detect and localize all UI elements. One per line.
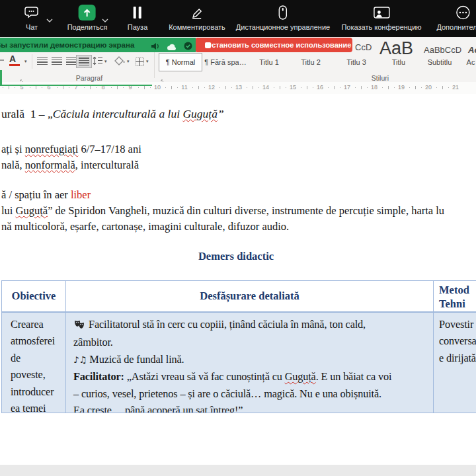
remote-control-button[interactable]: Дистанционное управление — [236, 4, 330, 31]
style-fara-spatiere[interactable]: ¶ Fără spa… — [204, 58, 246, 66]
chat-button[interactable]: Чат — [24, 4, 40, 31]
music-notes-icon: ♪♫ — [73, 354, 87, 365]
sharing-status-banner: Вы запустили демонстрацию экрана — [0, 38, 196, 52]
style-subtitlu[interactable]: Subtitlu — [428, 58, 452, 66]
pause-button[interactable]: Пауза — [128, 4, 148, 31]
zoom-toolbar: Чат Поделиться Пауза Комме — [0, 0, 476, 37]
cloud-icon — [167, 42, 177, 52]
mouse-icon — [278, 4, 288, 21]
annotate-label: Комментировать — [169, 23, 225, 31]
theater-masks-icon — [73, 319, 85, 332]
style-titlu3[interactable]: Titlu 3 — [346, 58, 366, 66]
paragraph-group-label: Paragraf — [40, 74, 139, 82]
pause-label: Пауза — [128, 23, 148, 31]
style-titlu[interactable]: Titlu — [392, 58, 405, 66]
show-conference-label: Показать конференцию — [341, 23, 421, 31]
chat-label: Чат — [26, 23, 38, 31]
style-titlu2[interactable]: Titlu 2 — [301, 58, 321, 66]
style-accentuare[interactable]: Ac — [467, 58, 475, 66]
doc-title-line: urală 1 – „Căciula interculturală a lui … — [1, 107, 224, 121]
stop-sharing-label: Остановить совместное использование — [196, 41, 352, 49]
doc-age-line: ați și nonrefugiați 6/7–17/18 ani — [1, 143, 141, 156]
chat-icon — [24, 4, 40, 21]
align-center-button[interactable] — [52, 57, 62, 65]
conference-view-icon — [373, 4, 390, 21]
styles-group-label: Stiluri — [331, 74, 430, 82]
table-header-objectives: Obiective — [1, 280, 65, 312]
doc-materials-line1: lui Guguță” de Spiridon Vangheli, muzică… — [1, 204, 444, 218]
pause-icon — [132, 4, 143, 21]
more-label: Дополнительно — [436, 23, 476, 31]
doc-location-line: ă / spațiu în aer liber — [1, 188, 91, 202]
show-conference-button[interactable]: Показать конференцию — [341, 4, 421, 31]
style-titlu-preview[interactable]: AaB — [379, 38, 413, 59]
ellipsis-icon — [455, 4, 471, 21]
shading-dropdown[interactable]: ▾ — [127, 59, 130, 64]
shading-button[interactable] — [114, 56, 125, 68]
table-header-methods: Metod Tehni — [433, 280, 476, 312]
line-spacing-button[interactable] — [93, 56, 103, 68]
share-border-line — [0, 85, 152, 86]
highlighted-word: liber — [71, 188, 91, 201]
style-subtitlu-preview[interactable]: AaBbCcD — [424, 45, 461, 55]
check-circle-icon — [184, 41, 192, 52]
ruler[interactable]: 56789101112131415161718192021 — [0, 82, 476, 94]
doc-heading: Demers didactic — [0, 250, 472, 263]
clipped-control — [0, 60, 4, 61]
remote-control-label: Дистанционное управление — [236, 23, 330, 31]
align-left-button[interactable] — [37, 57, 48, 65]
borders-button[interactable] — [136, 57, 144, 69]
stop-sharing-button[interactable]: Остановить совместное использование — [196, 38, 352, 52]
table-cell-activity: Facilitatorul stă în cerc cu copiii, țin… — [65, 312, 433, 413]
chat-dropdown-chevron[interactable] — [46, 13, 53, 25]
style-titlu3-preview[interactable]: CcD — [355, 42, 372, 52]
share-up-arrow-icon — [79, 4, 96, 21]
doc-materials-line2: nă multicoloră, eșarfe, cartonașe, imagi… — [1, 220, 289, 233]
font-color-button[interactable]: A — [9, 54, 20, 66]
sharing-status-text: Вы запустили демонстрацию экрана — [0, 41, 134, 49]
share-dropdown-chevron[interactable] — [102, 13, 108, 25]
style-normal-selected[interactable]: ¶ Normal — [159, 53, 202, 71]
document-page[interactable]: urală 1 – „Căciula interculturală a lui … — [0, 94, 476, 465]
page-end-margin — [0, 465, 476, 476]
table-cell-methods: Povestir conversa e dirijată — [433, 312, 476, 413]
borders-dropdown[interactable]: ▾ — [146, 59, 149, 64]
line-spacing-dropdown[interactable]: ▾ — [104, 59, 107, 64]
speaker-icon — [151, 41, 160, 52]
pencil-icon — [189, 4, 205, 21]
share-border-corner — [0, 70, 2, 86]
style-accentuare-preview[interactable]: Ac — [468, 45, 476, 55]
screen: Чат Поделиться Пауза Комме — [0, 0, 476, 476]
annotate-button[interactable]: Комментировать — [169, 4, 225, 31]
table-cell-objectives: Crearea atmosferei de poveste, introduce… — [1, 312, 65, 413]
align-right-button[interactable] — [66, 57, 77, 65]
more-button[interactable]: Дополнительно — [436, 4, 476, 31]
justify-button[interactable] — [76, 55, 92, 68]
table-header-detail: Desfășurare detaliată — [65, 280, 433, 312]
lesson-table: Obiective Desfășurare detaliată Metod Te… — [1, 280, 476, 413]
style-titlu1[interactable]: Titlu 1 — [259, 58, 279, 66]
font-color-dropdown[interactable]: ▾ — [24, 59, 27, 64]
doc-education-line: nală, nonformală, interculturală — [1, 159, 139, 172]
stop-icon — [205, 42, 211, 48]
